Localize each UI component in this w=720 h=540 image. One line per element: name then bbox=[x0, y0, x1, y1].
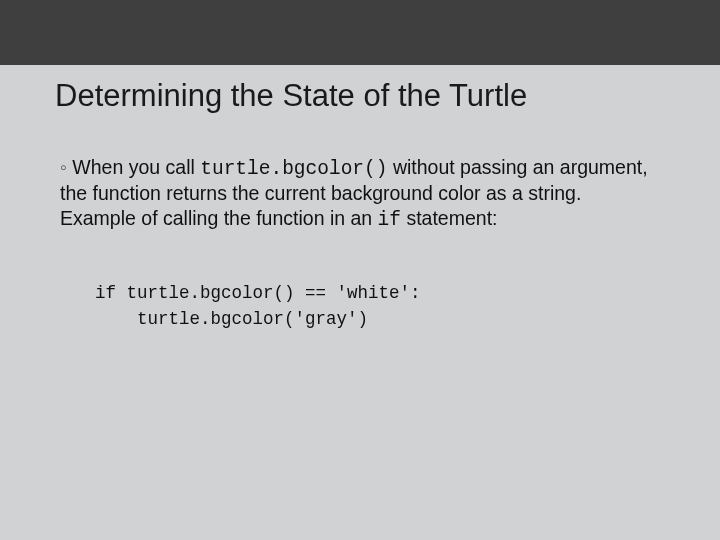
bullet-marker: ◦ bbox=[60, 156, 72, 178]
inline-code-1: turtle.bgcolor() bbox=[200, 158, 387, 180]
bullet-text-1: When you call bbox=[72, 156, 200, 178]
slide-title: Determining the State of the Turtle bbox=[55, 78, 527, 114]
title-bar bbox=[0, 0, 720, 65]
code-line-1: if turtle.bgcolor() == 'white': bbox=[95, 283, 421, 303]
code-block: if turtle.bgcolor() == 'white': turtle.b… bbox=[95, 280, 421, 333]
bullet-paragraph: ◦ When you call turtle.bgcolor() without… bbox=[60, 155, 655, 232]
code-line-2: turtle.bgcolor('gray') bbox=[95, 309, 368, 329]
inline-code-2: if bbox=[378, 209, 401, 231]
bullet-text-3: statement: bbox=[401, 207, 497, 229]
